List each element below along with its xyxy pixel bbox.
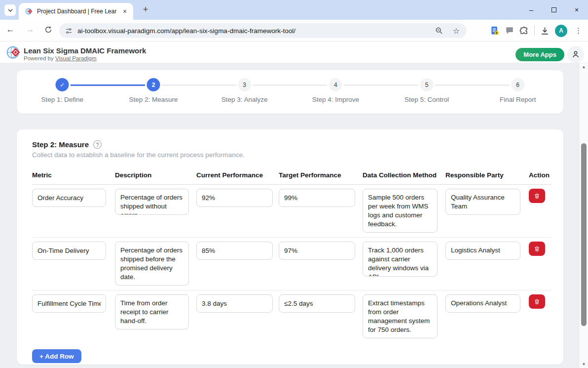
account-button[interactable]	[567, 46, 584, 63]
zoom-out-icon[interactable]	[435, 27, 443, 35]
new-tab-button[interactable]: +	[140, 4, 151, 16]
tab-close-icon[interactable]: ×	[120, 7, 129, 16]
chevron-down-icon	[8, 9, 13, 12]
step-3-indicator: 3	[238, 78, 251, 91]
favicon-icon	[25, 7, 33, 15]
target-performance-input[interactable]	[279, 242, 355, 260]
bookmark-star-icon[interactable]: ☆	[453, 26, 460, 36]
browser-tab[interactable]: Project Dashboard | Free Lean S ×	[19, 3, 133, 20]
step-5-indicator: 5	[420, 78, 434, 91]
metric-input[interactable]	[32, 189, 106, 207]
step-4-indicator: 4	[329, 78, 342, 91]
stepper-step-improve[interactable]: 4 Step 4: Improve	[290, 70, 381, 114]
trash-icon	[534, 298, 540, 305]
scrollbar-thumb[interactable]	[581, 143, 587, 326]
measure-card: Step 2: Measure ? Collect data to establ…	[17, 129, 563, 365]
visual-paradigm-link[interactable]: Visual Paradigm	[55, 55, 97, 61]
nav-buttons: ← →	[5, 25, 55, 35]
tab-search-button[interactable]	[4, 4, 16, 16]
target-performance-input[interactable]	[279, 294, 355, 313]
stepper-step-analyze[interactable]: 3 Step 3: Analyze	[199, 70, 290, 114]
target-performance-input[interactable]	[279, 189, 355, 207]
responsible-party-input[interactable]: Operations Analyst	[445, 294, 520, 313]
col-target-performance: Target Performance	[279, 171, 363, 179]
metric-input[interactable]	[32, 242, 106, 260]
trash-icon	[534, 245, 540, 252]
table-row: Percentage of orders shipped without err…	[32, 185, 551, 238]
site-settings-icon[interactable]	[65, 27, 73, 35]
reload-button[interactable]	[44, 26, 55, 34]
back-button[interactable]: ←	[5, 25, 16, 35]
minimize-button[interactable]: –	[520, 0, 543, 20]
current-performance-input[interactable]	[196, 294, 273, 313]
step-5-label: Step 5: Control	[381, 96, 473, 103]
step-6-indicator: 6	[511, 78, 524, 91]
table-row: Time from order receipt to carrier hand-…	[32, 290, 551, 338]
description-input[interactable]: Percentage of orders shipped without err…	[115, 189, 189, 215]
metric-input[interactable]	[32, 294, 106, 313]
responsible-party-input[interactable]: Logistics Analyst	[445, 242, 520, 260]
toolbar-extensions: A ⋮	[490, 23, 584, 39]
browser-menu-icon[interactable]: ⋮	[573, 26, 584, 35]
description-input[interactable]: Percentage of orders shipped before the …	[115, 242, 189, 286]
downloads-icon[interactable]	[540, 26, 550, 36]
add-row-button[interactable]: + Add Row	[32, 349, 81, 363]
col-action: Action	[529, 171, 555, 179]
section-title: Step 2: Measure	[32, 140, 89, 149]
forward-button[interactable]: →	[25, 25, 36, 35]
more-apps-button[interactable]: More Apps	[515, 48, 564, 61]
extensions-puzzle-icon[interactable]	[519, 26, 529, 36]
browser-titlebar: Project Dashboard | Free Lean S × + – ×	[0, 0, 588, 20]
step-2-indicator: 2	[147, 78, 160, 91]
col-description: Description	[115, 171, 196, 179]
page-scrollbar[interactable]: ▲ ▼	[580, 63, 588, 368]
data-collection-method-input[interactable]: Extract timestamps from order management…	[363, 294, 438, 338]
help-icon[interactable]: ?	[93, 140, 102, 149]
delete-row-button[interactable]	[529, 189, 545, 203]
app-logo-icon	[6, 44, 22, 60]
comment-extension-icon[interactable]	[505, 26, 514, 35]
browser-profile-avatar[interactable]: A	[555, 25, 567, 37]
step-4-label: Step 4: Improve	[290, 96, 381, 103]
tab-title: Project Dashboard | Free Lean S	[37, 8, 116, 15]
data-collection-method-input[interactable]: Track 1,000 orders against carrier deliv…	[363, 242, 438, 277]
reload-icon	[44, 26, 52, 34]
stepper-step-measure[interactable]: 2 Step 2: Measure	[108, 70, 199, 114]
step-1-label: Step 1: Define	[17, 96, 108, 103]
col-responsible-party: Responsible Party	[445, 171, 529, 179]
table-row: Percentage of orders shipped before the …	[32, 238, 551, 290]
step-1-check-icon: ✓	[56, 78, 69, 91]
current-performance-input[interactable]	[196, 242, 273, 260]
person-icon	[571, 50, 580, 59]
close-window-button[interactable]: ×	[565, 0, 588, 20]
url-text[interactable]: ai-toolbox.visual-paradigm.com/app/lean-…	[77, 27, 295, 35]
section-subtitle: Collect data to establish a baseline for…	[32, 151, 551, 159]
stepper-step-control[interactable]: 5 Step 5: Control	[381, 70, 473, 114]
maximize-icon	[551, 7, 556, 12]
stepper-step-final-report[interactable]: 6 Final Report	[472, 70, 563, 114]
trash-icon	[534, 193, 540, 199]
current-performance-input[interactable]	[196, 189, 273, 207]
col-data-collection-method: Data Collection Method	[363, 171, 445, 179]
table-header: Metric Description Current Performance T…	[32, 171, 551, 185]
scroll-up-icon[interactable]: ▲	[580, 65, 588, 69]
app-title: Lean Six Sigma DMAIC Framework	[24, 46, 146, 55]
responsible-party-input[interactable]: Quality Assurance Team	[445, 189, 520, 215]
powered-by: Powered by Visual Paradigm	[24, 55, 96, 61]
window-controls: – ×	[520, 0, 588, 20]
docs-offline-extension-icon[interactable]	[490, 26, 500, 36]
delete-row-button[interactable]	[529, 242, 545, 256]
step-6-label: Final Report	[472, 96, 563, 103]
powered-by-prefix: Powered by	[24, 55, 55, 61]
maximize-button[interactable]	[543, 0, 565, 20]
description-input[interactable]: Time from order receipt to carrier hand-…	[115, 294, 189, 329]
delete-row-button[interactable]	[529, 294, 545, 309]
dmaic-stepper: ✓ Step 1: Define 2 Step 2: Measure 3 Ste…	[17, 70, 563, 114]
step-3-label: Step 3: Analyze	[199, 96, 290, 103]
address-bar[interactable]: ai-toolbox.visual-paradigm.com/app/lean-…	[59, 23, 467, 38]
scroll-down-icon[interactable]: ▼	[580, 362, 588, 367]
stepper-step-define[interactable]: ✓ Step 1: Define	[17, 70, 108, 114]
toolbar-separator	[534, 26, 535, 36]
address-bar-actions: ☆	[435, 26, 460, 36]
data-collection-method-input[interactable]: Sample 500 orders per week from WMS logs…	[363, 189, 438, 233]
